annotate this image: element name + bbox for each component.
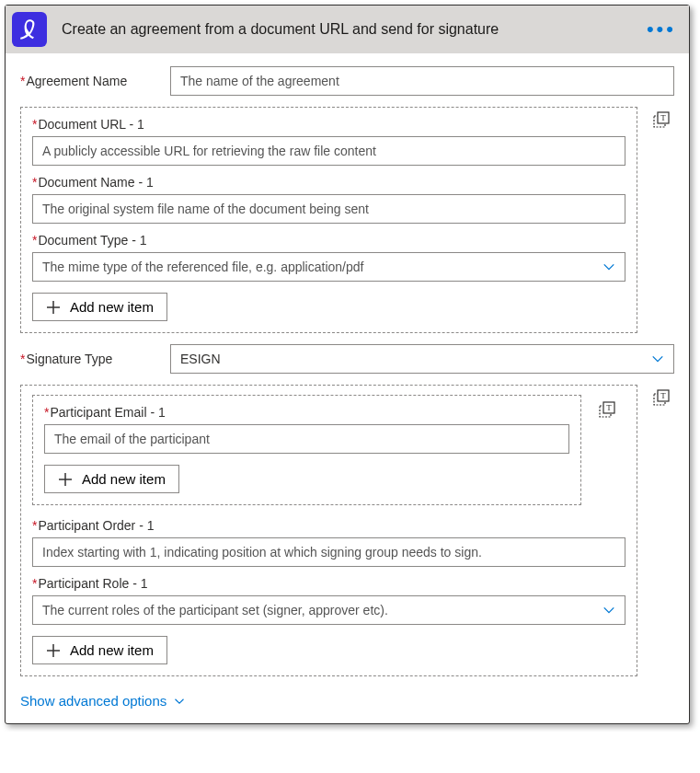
svg-text:T: T xyxy=(606,403,612,412)
document-type-label: Document Type - 1 xyxy=(38,233,146,248)
chevron-down-icon xyxy=(651,352,664,365)
chevron-down-icon xyxy=(602,604,615,617)
signature-type-label: *Signature Type xyxy=(20,352,163,366)
agreement-name-label: *Agreement Name xyxy=(20,74,163,88)
add-participant-email-button[interactable]: Add new item xyxy=(44,465,179,493)
more-menu-button[interactable]: ••• xyxy=(643,17,680,41)
document-type-field: *Document Type - 1 The mime type of the … xyxy=(32,233,625,282)
signature-type-row: *Signature Type ESIGN xyxy=(20,344,674,374)
participant-group: *Participant Email - 1 Add new item T xyxy=(20,385,637,676)
document-url-label: Document URL - 1 xyxy=(38,117,143,132)
action-card: Create an agreement from a document URL … xyxy=(5,5,690,724)
card-header: Create an agreement from a document URL … xyxy=(6,6,689,53)
chevron-down-icon xyxy=(602,260,615,273)
card-body: *Agreement Name *Document URL - 1 *Docum… xyxy=(6,53,689,723)
add-document-button[interactable]: Add new item xyxy=(32,293,167,321)
participant-email-wrap: *Participant Email - 1 Add new item T xyxy=(32,395,625,505)
participant-email-input[interactable] xyxy=(44,424,569,454)
dynamic-content-icon[interactable]: T xyxy=(652,110,671,129)
adobe-sign-icon xyxy=(12,12,47,47)
document-group: *Document URL - 1 *Document Name - 1 *Do… xyxy=(20,107,637,333)
document-url-field: *Document URL - 1 xyxy=(32,117,625,166)
signature-type-select[interactable]: ESIGN xyxy=(170,344,674,374)
action-title: Create an agreement from a document URL … xyxy=(62,21,643,38)
participant-order-label: Participant Order - 1 xyxy=(38,518,154,533)
participant-order-input[interactable] xyxy=(32,537,625,567)
dynamic-content-icon[interactable]: T xyxy=(598,400,616,419)
participant-email-label: Participant Email - 1 xyxy=(50,405,165,420)
show-advanced-options-link[interactable]: Show advanced options xyxy=(20,693,185,709)
plus-icon xyxy=(58,472,73,487)
participant-email-group: *Participant Email - 1 Add new item xyxy=(32,395,581,505)
svg-text:T: T xyxy=(660,391,666,400)
add-participant-button[interactable]: Add new item xyxy=(32,636,167,664)
agreement-name-input[interactable] xyxy=(170,66,674,96)
participant-role-field: *Participant Role - 1 The current roles … xyxy=(32,576,625,625)
participant-email-field: *Participant Email - 1 xyxy=(44,405,569,454)
participant-role-select[interactable]: The current roles of the participant set… xyxy=(32,595,625,625)
plus-icon xyxy=(46,643,61,658)
chevron-down-icon xyxy=(174,696,185,707)
document-type-select[interactable]: The mime type of the referenced file, e.… xyxy=(32,252,625,282)
participant-group-wrap: *Participant Email - 1 Add new item T xyxy=(20,385,674,676)
document-url-input[interactable] xyxy=(32,136,625,166)
participant-role-label: Participant Role - 1 xyxy=(38,576,147,591)
document-name-field: *Document Name - 1 xyxy=(32,175,625,224)
plus-icon xyxy=(46,300,61,315)
document-name-label: Document Name - 1 xyxy=(38,175,153,190)
document-name-input[interactable] xyxy=(32,194,625,224)
agreement-name-row: *Agreement Name xyxy=(20,66,674,96)
document-group-wrap: *Document URL - 1 *Document Name - 1 *Do… xyxy=(20,107,674,333)
dynamic-content-icon[interactable]: T xyxy=(652,388,671,407)
participant-order-field: *Participant Order - 1 xyxy=(32,518,625,567)
svg-text:T: T xyxy=(660,113,666,122)
